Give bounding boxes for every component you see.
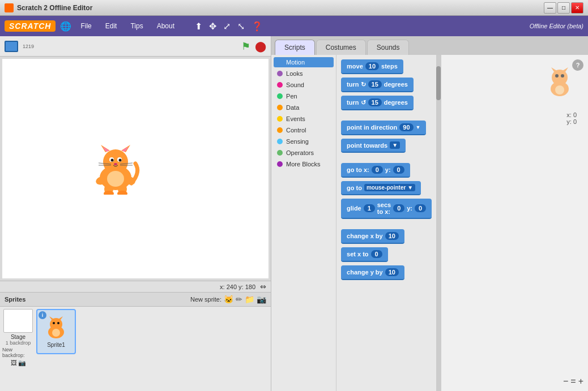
block-go-to[interactable]: go to mouse-pointer ▼ (341, 181, 421, 195)
block-point-direction-value[interactable]: 90 (399, 123, 413, 131)
category-events[interactable]: Events (274, 114, 334, 124)
block-glide[interactable]: glide 1 secs to x: 0 y: 0 (341, 199, 432, 219)
stage-thumb-box (3, 309, 33, 333)
block-point-direction[interactable]: point in direction 90 ▼ (341, 121, 426, 135)
sprite-thumbnail (42, 315, 70, 341)
svg-point-26 (57, 322, 59, 324)
events-dot (277, 116, 283, 122)
tab-costumes[interactable]: Costumes (316, 40, 366, 55)
motion-dot (277, 59, 283, 65)
category-operators[interactable]: Operators (274, 148, 334, 158)
backdrop-paint-icon[interactable]: 🖼 (11, 359, 17, 367)
blocks-scrollbar[interactable] (436, 55, 441, 391)
language-icon[interactable]: 🌐 (60, 21, 71, 32)
stage-view-icon[interactable] (5, 41, 18, 52)
scroll-toggle-icon[interactable]: ⇔ (260, 282, 266, 291)
zoom-controls: − = + (563, 376, 583, 386)
svg-point-33 (561, 74, 564, 78)
block-set-x-value[interactable]: 0 (371, 250, 382, 258)
block-move-value[interactable]: 10 (365, 62, 379, 70)
category-sound[interactable]: Sound (274, 80, 334, 90)
close-button[interactable]: ✕ (571, 2, 583, 14)
new-backdrop-label: New backdrop: (2, 347, 34, 358)
menubar: SCRATCH 🌐 File Edit Tips About ⬆ ✥ ⤢ ⤡ ❓… (0, 16, 588, 36)
block-glide-y[interactable]: 0 (415, 204, 426, 212)
block-change-x-value[interactable]: 10 (385, 232, 399, 240)
sprite-add-icons: 🐱 ✏ 📁 📷 (224, 295, 266, 304)
looks-dot (277, 71, 283, 76)
sprite-info-badge[interactable]: i (39, 311, 46, 319)
block-point-towards[interactable]: point towards ▼ (341, 139, 406, 153)
green-flag-button[interactable]: ⚑ (241, 40, 250, 53)
script-area: ? x: 0 y: 0 − = + (441, 55, 588, 391)
category-pen-label: Pen (286, 93, 297, 100)
add-sprite-photo-icon[interactable]: 📁 (245, 295, 254, 304)
menu-tips[interactable]: Tips (126, 20, 147, 32)
menu-file[interactable]: File (76, 20, 96, 32)
block-point-towards-label: point towards (347, 142, 387, 149)
zoom-reset-button[interactable]: = (570, 376, 576, 386)
cat-sprite[interactable] (87, 144, 144, 195)
category-control-label: Control (286, 127, 306, 134)
tab-sounds[interactable]: Sounds (367, 40, 410, 55)
menu-edit[interactable]: Edit (101, 20, 122, 32)
backdrop-camera-icon[interactable]: 📷 (18, 359, 26, 367)
svg-marker-24 (58, 316, 63, 320)
svg-point-21 (107, 171, 124, 187)
category-sensing[interactable]: Sensing (274, 136, 334, 147)
coords-display: x: 240 y: 180 (220, 283, 255, 290)
maximize-button[interactable]: □ (557, 2, 570, 14)
block-turn-cw[interactable]: turn ↻ 15 degrees (341, 78, 414, 92)
block-set-x[interactable]: set x to 0 (341, 247, 388, 262)
block-point-direction-dropdown[interactable]: ▼ (416, 124, 421, 130)
svg-point-1 (103, 149, 128, 174)
block-go-to-xy[interactable]: go to x: 0 y: 0 (341, 163, 410, 178)
category-pen[interactable]: Pen (274, 91, 334, 101)
category-data[interactable]: Data (274, 102, 334, 113)
block-go-to-x[interactable]: 0 (372, 166, 383, 174)
add-sprite-file-icon[interactable]: ✏ (236, 295, 242, 304)
upload-icon[interactable]: ⬆ (195, 21, 202, 32)
block-point-towards-dropdown[interactable]: ▼ (390, 141, 400, 149)
block-turn-cw-value[interactable]: 15 (368, 80, 382, 88)
help-toolbar-icon[interactable]: ❓ (252, 21, 263, 32)
minimize-button[interactable]: — (544, 2, 556, 14)
block-turn-ccw-label: turn ↺ (347, 99, 365, 106)
block-go-to-dropdown[interactable]: mouse-pointer ▼ (364, 184, 415, 191)
block-move[interactable]: move 10 steps (341, 59, 403, 74)
zoom-out-button[interactable]: − (563, 376, 568, 386)
toolbar-icons: ⬆ ✥ ⤢ ⤡ ❓ (195, 21, 263, 32)
category-more-blocks[interactable]: More Blocks (274, 159, 334, 169)
block-turn-ccw-suffix: degrees (384, 99, 408, 106)
scroll-thumb[interactable] (436, 66, 441, 100)
sprite-item[interactable]: i Sprite1 (36, 309, 76, 354)
titlebar: Scratch 2 Offline Editor — □ ✕ (0, 0, 588, 16)
stage-thumbnail[interactable]: Stage 1 backdrop New backdrop: 🖼 📷 (2, 309, 34, 389)
block-go-to-y-label: y: (385, 166, 391, 173)
category-looks[interactable]: Looks (274, 68, 334, 79)
category-control[interactable]: Control (274, 125, 334, 135)
block-turn-ccw-value[interactable]: 15 (368, 98, 382, 106)
block-glide-x[interactable]: 0 (393, 204, 404, 212)
block-glide-secs[interactable]: 1 (364, 204, 375, 212)
stage-coordinates: x: 240 y: 180 ⇔ (0, 281, 271, 292)
tab-scripts[interactable]: Scripts (275, 40, 315, 55)
stop-button[interactable]: ⬤ (255, 40, 266, 53)
add-sprite-paint-icon[interactable]: 🐱 (224, 295, 233, 304)
zoom-in-button[interactable]: + (578, 376, 583, 386)
block-change-y-value[interactable]: 10 (385, 268, 399, 276)
shrink-icon[interactable]: ⤡ (237, 21, 245, 32)
block-go-to-y[interactable]: 0 (393, 166, 404, 174)
add-sprite-camera-icon[interactable]: 📷 (257, 295, 266, 304)
expand-icon[interactable]: ⤢ (223, 21, 231, 32)
block-change-x[interactable]: change x by 10 (341, 229, 404, 244)
block-turn-ccw[interactable]: turn ↺ 15 degrees (341, 96, 414, 110)
svg-point-35 (555, 85, 564, 94)
category-motion[interactable]: Motion (274, 57, 334, 67)
fullscreen-icon[interactable]: ✥ (209, 21, 216, 32)
blocks-list: move 10 steps turn ↻ 15 degrees turn ↺ 1… (336, 55, 436, 391)
menu-about[interactable]: About (152, 20, 179, 32)
category-sound-label: Sound (286, 81, 304, 88)
sprites-content: Stage 1 backdrop New backdrop: 🖼 📷 i (0, 307, 271, 391)
block-change-y[interactable]: change y by 10 (341, 265, 404, 280)
